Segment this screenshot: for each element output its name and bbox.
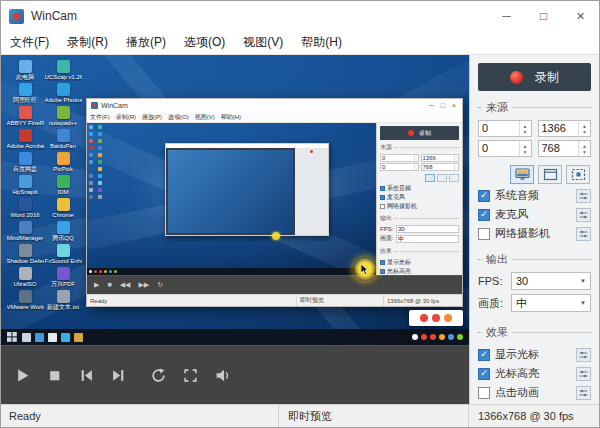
nested-loop-icon: ↻ [157,281,163,289]
option-row: ✓ 光标高亮 [478,364,591,383]
nested-desktop-icon [89,146,93,150]
skip-to-end-button[interactable] [111,368,126,383]
close-button[interactable]: × [562,1,599,31]
effects-section-header: 效果 [478,325,591,340]
nested-taskbar-icon [109,270,112,273]
desktop-icon: FxSound Enhancer [44,244,82,267]
desktop-icon-label: 此电脑 [16,73,34,81]
window-capture-button[interactable] [538,165,562,184]
nested-close-icon: × [452,102,456,109]
dropdown-arrow-icon: ▼ [576,300,590,306]
desktop-icon: Adobe Acrobat DC [6,129,44,152]
option-settings-button[interactable] [576,386,591,400]
nested-checkbox [380,204,385,209]
nested-quality-select: 中 [396,235,459,243]
spin-down-icon[interactable]: ▼ [523,149,528,155]
menu-item[interactable]: 文件(F) [1,31,58,54]
desktop-icon: 百度网盘 [6,152,44,175]
nested-app-icon [91,102,98,109]
system-tray [412,334,463,340]
menu-item[interactable]: 播放(P) [117,31,175,54]
nested-desktop-icon [98,181,102,185]
header-rule [512,332,591,333]
record-sidebar: 录制 来源 0 ▲▼ 1366 ▲▼ [469,55,599,404]
skip-to-start-button[interactable] [79,368,94,383]
region-y-input[interactable]: 0 ▲▼ [478,140,532,157]
nested-option-row: 系统音频 [380,184,459,192]
status-bar: Ready 即时预览 1366x768 @ 30 fps [1,404,599,427]
nested-forward-icon: ▶▶ [138,281,149,289]
record-button[interactable]: 录制 [478,63,591,91]
nested-effects-title: 效果 [380,247,392,256]
nested-record-button: 录制 [380,126,459,140]
desktop-icon: ABBYY FineReader [6,106,44,129]
option-settings-button[interactable] [576,208,591,222]
region-width-input[interactable]: 1366 ▲▼ [538,120,592,137]
status-resolution: 1366x768 @ 30 fps [469,410,599,422]
menu-item[interactable]: 录制(R) [58,31,117,54]
nested-menu-bar: 文件(F) 录制(R) 播放(P) 选项(O) 视图(V) 帮助(H) [87,112,462,123]
maximize-button[interactable]: □ [525,1,562,31]
nested-desktop-icon [98,139,102,143]
volume-button[interactable] [215,368,231,383]
coord-row: 0 ▲▼ 1366 ▲▼ [478,120,591,137]
checkbox[interactable]: ✓ [478,368,490,380]
display-capture-button[interactable] [510,165,534,184]
checkbox[interactable]: ✓ [478,190,490,202]
nested-maximize-icon: □ [441,102,445,109]
spin-down-icon[interactable]: ▼ [523,129,528,135]
nested-desktop-icon [98,160,102,164]
nested-taskbar [87,268,376,275]
nested-desktop-icon [98,188,102,192]
nested-output-header: 输出 [380,214,459,223]
play-button[interactable] [15,368,30,383]
tray-icon [439,334,445,340]
nested-option-row: 光标高亮 [380,267,459,275]
option-settings-button[interactable] [576,227,591,241]
menu-item[interactable]: 选项(O) [175,31,234,54]
option-settings-button[interactable] [576,189,591,203]
nested-option-row: 网络摄影机 [380,202,459,210]
coord-row: 0 ▲▼ 768 ▲▼ [478,140,591,157]
minimize-button[interactable]: ─ [488,1,525,31]
loop-button[interactable] [151,368,166,383]
spin-down-icon[interactable]: ▼ [582,129,587,135]
nested-play-icon: ▶ [94,281,99,289]
third-level-body [166,148,328,235]
sliders-icon [579,192,588,200]
menu-item[interactable]: 帮助(H) [292,31,351,54]
desktop-icon-label: VMware Workstation [7,303,44,311]
nested-source-title: 来源 [380,143,392,152]
nested-desktop-icon [89,125,93,129]
desktop-icon: 此电脑 [6,60,44,83]
spin-down-icon[interactable]: ▼ [582,149,587,155]
fullscreen-button[interactable] [183,368,198,383]
source-section-header: 来源 [478,100,591,115]
nested-checkbox [380,186,385,191]
check-icon: ✓ [480,191,488,200]
menu-item[interactable]: 视图(V) [234,31,292,54]
desktop-icon-label: IDM [58,188,69,196]
desktop-icon: HpSnapIt [6,175,44,198]
nested-desktop-icon [89,160,93,164]
desktop-icon-image [57,221,70,234]
nested-status-left: Ready [87,298,296,304]
nested-status-bar: Ready 即时预览 1366x768 @ 30 fps [87,294,462,306]
option-settings-button[interactable] [576,348,591,362]
checkbox[interactable]: ✓ [478,228,490,240]
region-height-input[interactable]: 768 ▲▼ [538,140,592,157]
fps-select[interactable]: 30 ▼ [511,272,591,290]
desktop-icon-image [19,244,32,257]
checkbox[interactable]: ✓ [478,209,490,221]
region-capture-button[interactable] [566,165,590,184]
quality-select[interactable]: 中 ▼ [511,294,591,312]
region-x-input[interactable]: 0 ▲▼ [478,120,532,137]
desktop-icon: 新建文本.txt [44,290,82,313]
stop-button[interactable] [47,368,62,383]
window-icon [543,168,558,181]
option-settings-button[interactable] [576,367,591,381]
desktop-icon-label: MindManager [7,234,44,242]
checkbox[interactable]: ✓ [478,349,490,361]
checkbox[interactable]: ✓ [478,387,490,399]
captured-desktop: 此电脑 阿里旺旺 ABBYY FineReader [1,55,469,345]
